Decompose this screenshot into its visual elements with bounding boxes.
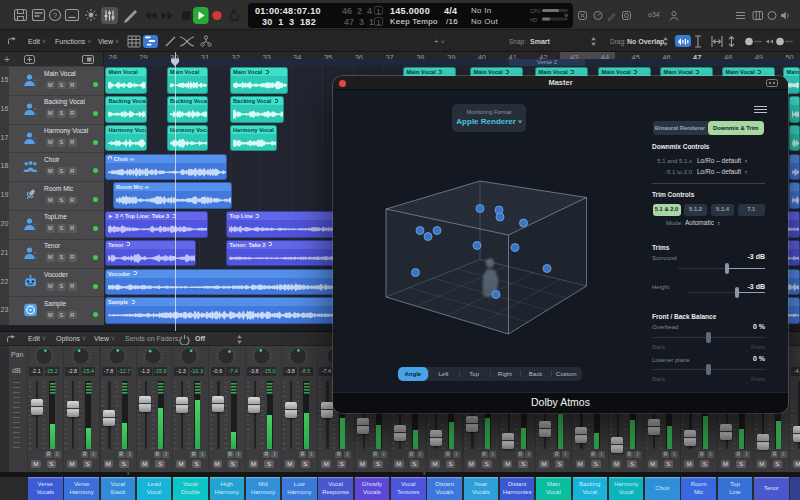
svg-text:?: ? [53, 11, 58, 20]
svg-text:CPU: CPU [530, 8, 541, 14]
svg-text:HD: HD [530, 17, 538, 23]
